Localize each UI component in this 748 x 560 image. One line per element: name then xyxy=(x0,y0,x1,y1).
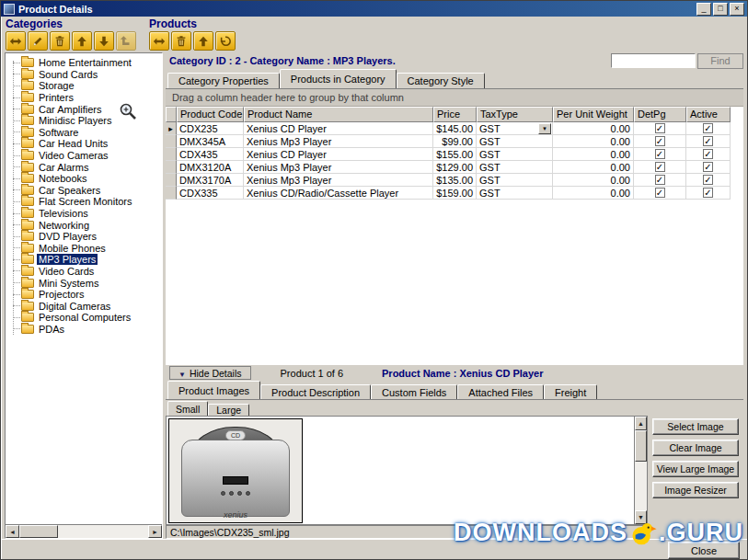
active-cell[interactable]: ✓ xyxy=(686,148,731,161)
categories-nav-button[interactable] xyxy=(6,31,26,51)
table-row[interactable]: ▸CDX235Xenius CD Player$145.00GST▼0.00✓✓ xyxy=(166,122,731,135)
detpg-checkbox[interactable]: ✓ xyxy=(655,162,665,172)
column-header-taxtype[interactable]: TaxType xyxy=(477,107,553,122)
tree-item-flat-screen-monitors[interactable]: Flat Screen Monitors xyxy=(8,196,162,208)
tab-category-properties[interactable]: Category Properties xyxy=(167,73,280,88)
categories-move-up-button[interactable] xyxy=(72,31,92,51)
price-cell[interactable]: $145.00 xyxy=(433,122,477,135)
detpg-checkbox[interactable]: ✓ xyxy=(655,123,665,133)
detpg-checkbox[interactable]: ✓ xyxy=(655,175,665,185)
product-name-cell[interactable]: Xenius CD Player xyxy=(244,122,433,135)
detpg-cell[interactable]: ✓ xyxy=(634,122,686,135)
tree-item-mini-systems[interactable]: Mini Systems xyxy=(8,277,162,289)
table-row[interactable]: DMX3120AXenius Mp3 Player$129.00GST0.00✓… xyxy=(166,161,731,174)
active-checkbox[interactable]: ✓ xyxy=(703,162,713,172)
close-window-button[interactable]: × xyxy=(730,3,744,16)
product-name-cell[interactable]: Xenius Mp3 Player xyxy=(244,161,433,174)
scroll-right-icon[interactable] xyxy=(148,525,162,538)
detpg-cell[interactable]: ✓ xyxy=(634,148,686,161)
taxtype-cell[interactable]: GST xyxy=(477,161,553,174)
price-cell[interactable]: $155.00 xyxy=(433,148,477,161)
column-header-per-unit-weight[interactable]: Per Unit Weight xyxy=(553,107,634,122)
taxtype-cell[interactable]: GST xyxy=(477,174,553,187)
tree-item-video-cards[interactable]: Video Cards xyxy=(8,266,162,278)
table-row[interactable]: CDX335Xenius CD/Radio/Cassette Player$15… xyxy=(166,187,731,200)
per-unit-weight-cell[interactable]: 0.00 xyxy=(553,135,634,148)
taxtype-cell[interactable]: GST▼ xyxy=(477,122,553,135)
hide-details-button[interactable]: Hide Details xyxy=(169,366,251,380)
column-header-active[interactable]: Active xyxy=(686,107,731,122)
tab-custom-fields[interactable]: Custom Fields xyxy=(371,384,457,399)
scrollbar-thumb[interactable] xyxy=(19,525,58,538)
active-cell[interactable]: ✓ xyxy=(686,135,731,148)
product-code-cell[interactable]: DMX345A xyxy=(177,135,244,148)
tree-item-projectors[interactable]: Projectors xyxy=(8,289,162,301)
close-button[interactable]: Close xyxy=(668,542,740,559)
tab-products-in-category[interactable]: Products in Category xyxy=(280,69,397,88)
tree-item-car-speakers[interactable]: Car Speakers xyxy=(8,185,162,197)
tab-product-description[interactable]: Product Description xyxy=(260,384,371,399)
detpg-cell[interactable]: ✓ xyxy=(634,174,686,187)
column-header-product-code[interactable]: Product Code xyxy=(177,107,244,122)
tree-item-networking[interactable]: Networking xyxy=(8,219,162,231)
per-unit-weight-cell[interactable]: 0.00 xyxy=(553,174,634,187)
taxtype-cell[interactable]: GST xyxy=(477,187,553,200)
detpg-cell[interactable]: ✓ xyxy=(634,135,686,148)
search-input[interactable] xyxy=(611,53,696,68)
table-row[interactable]: DMX3170AXenius Mp3 Player$135.00GST0.00✓… xyxy=(166,174,731,187)
price-cell[interactable]: $159.00 xyxy=(433,187,477,200)
tree-item-mobile-phones[interactable]: Mobile Phones xyxy=(8,243,162,255)
products-nav-button[interactable] xyxy=(149,31,169,51)
find-button[interactable]: Find xyxy=(697,53,743,69)
tree-item-minidisc-players[interactable]: Minidisc Players xyxy=(8,115,162,127)
product-code-cell[interactable]: CDX435 xyxy=(177,148,244,161)
per-unit-weight-cell[interactable]: 0.00 xyxy=(553,187,634,200)
active-cell[interactable]: ✓ xyxy=(686,122,731,135)
tab-freight[interactable]: Freight xyxy=(544,384,597,399)
detpg-checkbox[interactable]: ✓ xyxy=(655,136,665,146)
active-checkbox[interactable]: ✓ xyxy=(703,123,713,133)
column-header-price[interactable]: Price xyxy=(433,107,477,122)
product-name-cell[interactable]: Xenius Mp3 Player xyxy=(244,135,433,148)
active-checkbox[interactable]: ✓ xyxy=(703,188,713,198)
column-header-product-name[interactable]: Product Name xyxy=(244,107,433,122)
product-code-cell[interactable]: CDX235 xyxy=(177,122,244,135)
select-image-button[interactable]: Select Image xyxy=(652,418,739,435)
tree-item-car-alarms[interactable]: Car Alarms xyxy=(8,161,162,173)
title-bar[interactable]: Product Details _ □ × xyxy=(1,1,747,17)
tree-item-televisions[interactable]: Televisions xyxy=(8,208,162,220)
tree-item-car-amplifiers[interactable]: Car Amplifiers xyxy=(8,103,162,115)
price-cell[interactable]: $135.00 xyxy=(433,174,477,187)
products-move-up-button[interactable] xyxy=(193,31,213,51)
taxtype-dropdown-button[interactable]: ▼ xyxy=(538,123,551,134)
view-large-image-button[interactable]: View Large Image xyxy=(652,461,739,477)
product-code-cell[interactable]: CDX335 xyxy=(177,187,244,200)
per-unit-weight-cell[interactable]: 0.00 xyxy=(553,148,634,161)
scroll-down-icon[interactable] xyxy=(635,510,647,524)
tree-item-pdas[interactable]: PDAs xyxy=(8,324,162,336)
tree-item-home-entertainment[interactable]: Home Entertainment xyxy=(8,57,162,69)
scrollbar-track[interactable] xyxy=(635,430,647,510)
clear-image-button[interactable]: Clear Image xyxy=(652,440,739,456)
tab-attached-files[interactable]: Attached Files xyxy=(457,384,544,399)
products-undo-button[interactable] xyxy=(215,31,236,51)
tree-item-video-cameras[interactable]: Video Cameras xyxy=(8,150,162,162)
detpg-cell[interactable]: ✓ xyxy=(634,161,686,174)
products-delete-button[interactable] xyxy=(171,31,191,51)
active-cell[interactable]: ✓ xyxy=(686,174,731,187)
detpg-cell[interactable]: ✓ xyxy=(634,187,686,200)
scrollbar-thumb[interactable] xyxy=(635,430,647,462)
detpg-checkbox[interactable]: ✓ xyxy=(655,188,665,198)
scrollbar-track[interactable] xyxy=(19,525,148,538)
tree-item-dvd-players[interactable]: DVD Players xyxy=(8,231,162,243)
per-unit-weight-cell[interactable]: 0.00 xyxy=(553,161,634,174)
tree-horizontal-scrollbar[interactable] xyxy=(6,524,162,538)
active-cell[interactable]: ✓ xyxy=(686,187,731,200)
tree-item-digital-cameras[interactable]: Digital Cameras xyxy=(8,300,162,312)
product-name-cell[interactable]: Xenius CD Player xyxy=(244,148,433,161)
tree-item-personal-computers[interactable]: Personal Computers xyxy=(8,312,162,324)
categories-delete-button[interactable] xyxy=(50,31,70,51)
product-code-cell[interactable]: DMX3170A xyxy=(177,174,244,187)
maximize-button[interactable]: □ xyxy=(713,3,728,16)
price-cell[interactable]: $129.00 xyxy=(433,161,477,174)
